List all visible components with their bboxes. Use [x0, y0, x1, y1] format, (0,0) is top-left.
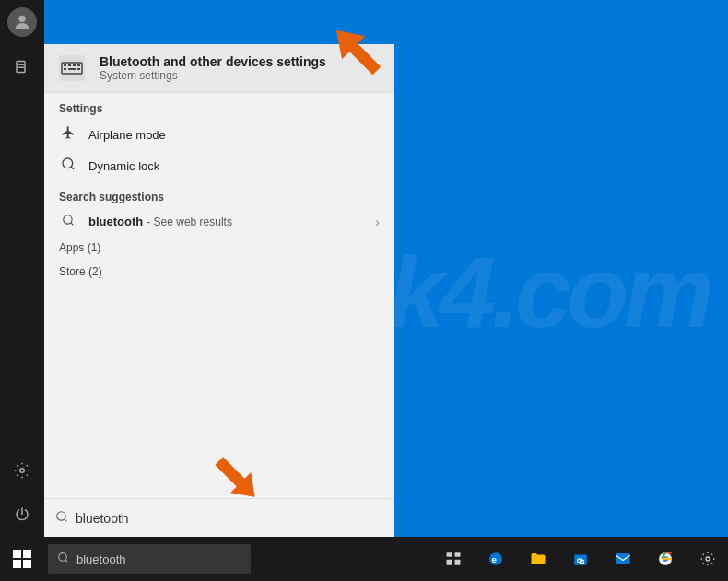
settings-section-label: Settings	[44, 93, 394, 119]
start-panel: Bluetooth and other devices settings Sys…	[44, 44, 394, 498]
mail-button[interactable]	[603, 537, 643, 581]
avatar[interactable]	[7, 7, 37, 37]
svg-line-17	[71, 223, 74, 226]
svg-line-15	[71, 167, 74, 169]
taskbar-search-icon	[57, 552, 69, 566]
bottom-arrow	[203, 445, 267, 509]
see-web-text: - See web results	[147, 215, 232, 228]
svg-marker-34	[324, 18, 388, 82]
svg-rect-23	[455, 552, 461, 557]
svg-rect-13	[77, 68, 80, 70]
store-category-label: Store (2)	[44, 260, 394, 284]
start-sidebar	[0, 0, 44, 537]
svg-rect-24	[447, 560, 452, 565]
airplane-mode-label: Airplane mode	[88, 128, 166, 142]
svg-point-4	[20, 469, 25, 473]
svg-line-21	[65, 560, 67, 562]
svg-rect-12	[68, 68, 76, 70]
airplane-mode-item[interactable]: Airplane mode	[44, 119, 394, 150]
taskbar-search-text: bluetooth	[76, 552, 126, 566]
svg-rect-9	[73, 64, 76, 66]
sidebar-item-documents[interactable]	[0, 46, 44, 90]
task-view-button[interactable]	[433, 537, 474, 581]
search-suggestions-label: Search suggestions	[44, 181, 394, 207]
taskbar-search[interactable]: bluetooth	[48, 544, 251, 574]
svg-rect-30	[616, 553, 630, 564]
svg-rect-10	[77, 64, 80, 66]
airplane-icon	[59, 125, 77, 144]
settings-button[interactable]	[687, 537, 728, 581]
store-button[interactable]: 🛍	[560, 537, 601, 581]
suggestion-arrow-icon: ›	[375, 215, 380, 229]
top-result-title: Bluetooth and other devices settings	[100, 54, 326, 69]
svg-rect-8	[68, 64, 71, 66]
svg-point-0	[18, 16, 25, 22]
sidebar-item-power[interactable]	[0, 493, 44, 537]
taskbar-system-icons: e 🛍	[433, 537, 728, 581]
svg-marker-35	[209, 451, 265, 507]
dynamic-lock-icon	[59, 157, 77, 175]
suggestion-main-text: bluetooth- See web results	[88, 215, 232, 228]
svg-rect-11	[64, 68, 66, 70]
svg-rect-22	[447, 552, 452, 557]
file-explorer-button[interactable]	[518, 537, 558, 581]
top-arrow	[323, 17, 396, 90]
windows-logo	[13, 550, 31, 568]
top-result-text: Bluetooth and other devices settings Sys…	[100, 54, 326, 82]
top-result-subtitle: System settings	[100, 69, 326, 82]
svg-point-16	[64, 215, 72, 224]
search-suggestion-icon	[59, 214, 77, 229]
dynamic-lock-item[interactable]: Dynamic lock	[44, 150, 394, 181]
svg-point-18	[57, 512, 65, 520]
bluetooth-settings-icon	[55, 52, 88, 85]
svg-point-33	[706, 557, 710, 561]
search-bar-icon	[55, 510, 68, 526]
dynamic-lock-label: Dynamic lock	[88, 159, 159, 173]
svg-point-14	[63, 158, 73, 168]
svg-rect-25	[455, 560, 461, 565]
svg-point-20	[59, 553, 67, 562]
search-bar-text: bluetooth	[76, 511, 129, 526]
svg-rect-7	[64, 64, 66, 66]
svg-line-19	[65, 519, 67, 522]
bluetooth-suggestion[interactable]: bluetooth- See web results ›	[44, 207, 394, 236]
chrome-button[interactable]	[645, 537, 686, 581]
edge-browser-button[interactable]: e	[476, 537, 516, 581]
svg-text:e: e	[492, 554, 498, 564]
sidebar-item-settings[interactable]	[0, 448, 44, 493]
apps-category-label: Apps (1)	[44, 236, 394, 260]
start-button[interactable]	[0, 537, 44, 581]
taskbar: bluetooth e 🛍	[0, 537, 728, 581]
svg-text:🛍: 🛍	[577, 557, 585, 565]
